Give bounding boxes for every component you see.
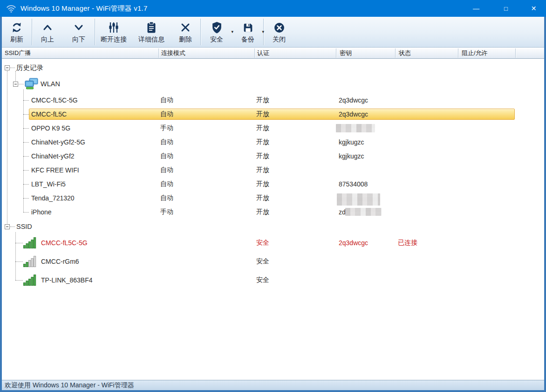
window-border <box>0 17 2 392</box>
connect-mode: 自动 <box>160 165 173 176</box>
auth-type: 开放 <box>256 165 269 176</box>
move-up-button[interactable]: 向上 <box>32 17 63 47</box>
delete-x-icon <box>180 21 191 34</box>
maximize-button[interactable]: □ <box>495 0 517 17</box>
toolbar-label-security: 安全 <box>210 35 223 44</box>
close-app-button[interactable]: 关闭 <box>264 17 294 47</box>
toolbar-label-details: 详细信息 <box>138 35 164 44</box>
history-network-row[interactable]: KFC FREE WIFI 自动 开放 <box>2 165 544 176</box>
ssid-name: CMCC-fL5C-5G <box>31 95 78 106</box>
tree-node-ssid[interactable]: SSID <box>2 221 544 232</box>
chevron-up-icon <box>42 21 53 34</box>
tree-node-label: WLAN <box>41 77 60 90</box>
ssid-network-row[interactable]: TP-LINK_863BF4 安全 <box>2 273 544 287</box>
ssid-name: TP-LINK_863BF4 <box>41 273 93 287</box>
auth-type: 开放 <box>256 109 269 120</box>
column-block-allow[interactable]: 阻止/允许 <box>462 48 488 58</box>
history-network-row-selected[interactable]: CMCC-fL5C 自动 开放 2q3dwcgc <box>2 109 544 120</box>
shield-check-icon <box>211 21 223 34</box>
wifi-key: kgjkugzc <box>339 151 364 162</box>
connect-mode: 自动 <box>160 151 173 162</box>
column-auth[interactable]: 认证 <box>257 48 269 58</box>
wifi-key: 2q3dwcgc <box>339 95 368 106</box>
move-down-button[interactable]: 向下 <box>63 17 95 47</box>
connect-mode: 自动 <box>160 95 173 106</box>
sliders-icon <box>108 21 120 34</box>
tree-node-wlan-adapter[interactable]: WLAN <box>2 77 544 90</box>
details-button[interactable]: 详细信息 <box>132 17 171 47</box>
column-divider[interactable] <box>395 48 396 58</box>
tree-node-label: SSID <box>16 221 32 232</box>
toolbar-label-refresh: 刷新 <box>10 35 23 44</box>
close-button[interactable]: ✕ <box>521 0 546 17</box>
ssid-network-row[interactable]: CMCC-rGm6 安全 <box>2 254 544 268</box>
toolbar-label-down: 向下 <box>72 35 85 44</box>
wifi-key: 2q3dwcgc <box>339 236 368 250</box>
column-connect-mode[interactable]: 连接模式 <box>161 48 185 58</box>
auth-type: 开放 <box>256 137 269 148</box>
column-divider[interactable] <box>515 48 516 58</box>
ssid-name: iPhone <box>31 206 52 218</box>
column-ssid-broadcast[interactable]: SSID广播 <box>5 48 31 58</box>
column-divider[interactable] <box>254 48 255 58</box>
auth-type: 开放 <box>256 151 269 162</box>
tree-node-history[interactable]: 历史记录 <box>2 62 544 73</box>
auth-type: 开放 <box>256 95 269 106</box>
ssid-name: ChinaNet-yGf2 <box>31 151 75 162</box>
redacted-key-blur <box>336 124 375 132</box>
close-circle-icon <box>273 21 285 34</box>
ssid-name: CMCC-fL5C <box>31 109 67 120</box>
network-adapter-icon <box>24 78 39 90</box>
toolbar: 刷新 向上 向下 断开连接 <box>2 17 544 48</box>
titlebar: Windows 10 Manager - WiFi管理器 v1.7 — □ ✕ <box>0 0 546 17</box>
wifi-tree-list: 历史记录 WLAN CMCC-fL5C-5G 自动 开放 2q3dwcgc CM… <box>2 59 544 380</box>
security-button[interactable]: 安全 ▾ <box>201 17 232 47</box>
window-border <box>0 390 546 392</box>
connect-mode: 自动 <box>160 109 173 120</box>
status-text: 欢迎使用 Windows 10 Manager - WiFi管理器 <box>5 381 134 390</box>
history-network-row[interactable]: Tenda_721320 自动 开放 <box>2 193 544 204</box>
connect-mode: 手动 <box>160 123 173 134</box>
floppy-disk-icon <box>242 21 254 34</box>
wifi-key: 2q3dwcgc <box>339 109 368 120</box>
disconnect-button[interactable]: 断开连接 <box>95 17 132 47</box>
auth-type: 开放 <box>256 123 269 134</box>
ssid-name: CMCC-rGm6 <box>41 254 79 268</box>
column-divider[interactable] <box>458 48 458 58</box>
backup-button[interactable]: 备份 ▾ <box>232 17 263 47</box>
redacted-key-blur <box>345 208 382 216</box>
history-network-row[interactable]: ChinaNet-yGf2-5G 自动 开放 kgjkugzc <box>2 137 544 148</box>
minimize-button[interactable]: — <box>465 0 487 17</box>
auth-type: 开放 <box>256 206 269 218</box>
auth-type: 安全 <box>256 273 269 287</box>
auth-type: 开放 <box>256 193 269 204</box>
connect-mode: 自动 <box>160 179 173 190</box>
ssid-network-row-connected[interactable]: CMCC-fL5C-5G 安全 2q3dwcgc 已连接 <box>2 236 544 250</box>
column-divider[interactable] <box>336 48 336 58</box>
auth-type: 安全 <box>256 254 269 268</box>
signal-strong-icon <box>23 274 36 286</box>
selection-highlight <box>29 109 515 120</box>
column-key[interactable]: 密钥 <box>340 48 352 58</box>
connect-mode: 自动 <box>160 137 173 148</box>
auth-type: 安全 <box>256 236 269 250</box>
delete-button[interactable]: 删除 <box>171 17 200 47</box>
history-network-row[interactable]: iPhone 手动 开放 zd <box>2 206 544 218</box>
column-status[interactable]: 状态 <box>399 48 411 58</box>
refresh-button[interactable]: 刷新 <box>2 17 32 47</box>
clipboard-icon <box>146 21 157 34</box>
toolbar-label-disconnect: 断开连接 <box>101 35 127 44</box>
history-network-row[interactable]: CMCC-fL5C-5G 自动 开放 2q3dwcgc <box>2 95 544 106</box>
connection-status: 已连接 <box>398 236 417 250</box>
toolbar-label-backup: 备份 <box>241 35 254 44</box>
history-network-row[interactable]: LBT_Wi-Fi5 自动 开放 87534008 <box>2 179 544 190</box>
collapse-toggle-wlan[interactable] <box>13 82 18 87</box>
toolbar-label-close: 关闭 <box>273 35 286 44</box>
collapse-toggle-history[interactable] <box>5 65 10 70</box>
history-network-row[interactable]: OPPO K9 5G 手动 开放 <box>2 123 544 134</box>
redacted-key-blur <box>337 193 380 206</box>
history-network-row[interactable]: ChinaNet-yGf2 自动 开放 kgjkugzc <box>2 151 544 162</box>
collapse-toggle-ssid[interactable] <box>5 224 10 229</box>
refresh-icon <box>11 21 23 34</box>
column-divider[interactable] <box>158 48 159 58</box>
